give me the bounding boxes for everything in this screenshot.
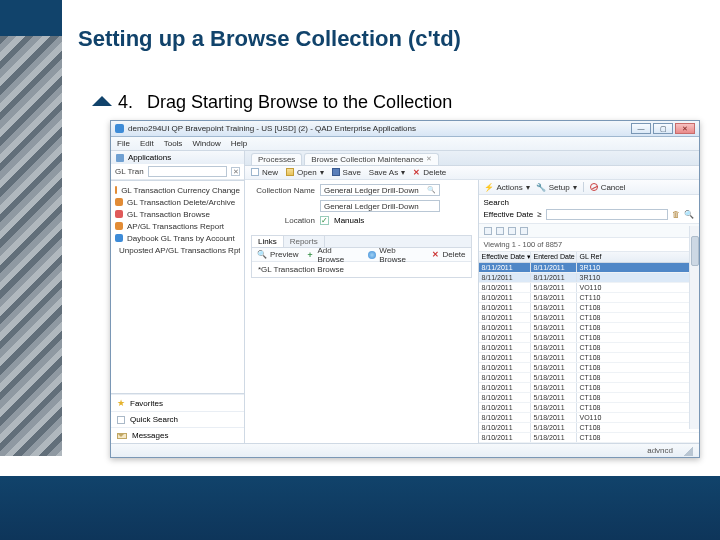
app-window: demo294UI QP Bravepoint Training - US [U… (110, 120, 700, 458)
sub-toolbar: 🔍Preview ＋Add Browse Web Browse ✕Delete (252, 248, 471, 262)
nav-next-icon[interactable] (508, 227, 516, 235)
nav-last-icon[interactable] (520, 227, 528, 235)
preview-label: Preview (270, 250, 298, 259)
browse-list-item[interactable]: *GL Transaction Browse (258, 265, 465, 274)
delete-button[interactable]: ✕Delete (413, 168, 446, 177)
sidebar-fixed: ★ Favorites Quick Search Messages (111, 393, 244, 443)
chevron-down-icon: ▾ (320, 168, 324, 177)
table-row[interactable]: 8/10/20115/18/2011CT108 (479, 423, 700, 433)
col-effective-date[interactable]: Effective Date ▾ (479, 252, 531, 262)
globe-icon (368, 251, 376, 259)
table-row[interactable]: 8/10/20115/18/2011CT108 (479, 373, 700, 383)
table-row[interactable]: 8/11/20118/11/20113R110 (479, 263, 700, 273)
sidebar-apps-header[interactable]: Applications (111, 151, 244, 164)
favorites-label: Favorites (130, 399, 163, 408)
table-row[interactable]: 8/10/20115/18/2011CT108 (479, 313, 700, 323)
menu-window[interactable]: Window (192, 139, 220, 148)
table-row[interactable]: 8/10/20115/18/2011CT108 (479, 403, 700, 413)
trash-icon[interactable]: 🗑 (672, 210, 680, 219)
collection-name-value: General Ledger Drill-Down (324, 186, 419, 195)
collection-desc-input[interactable]: General Ledger Drill-Down (320, 200, 440, 212)
new-button[interactable]: New (251, 168, 278, 177)
menu-file[interactable]: File (117, 139, 130, 148)
apps-icon (116, 154, 124, 162)
table-row[interactable]: 8/10/20115/18/2011VO110 (479, 283, 700, 293)
subtab-links[interactable]: Links (252, 236, 284, 247)
scroll-thumb[interactable] (691, 236, 699, 266)
tab-strip: Processes Browse Collection Maintenance … (245, 151, 699, 166)
cancel-label: Cancel (601, 183, 626, 192)
cancel-button[interactable]: Cancel (590, 183, 626, 192)
table-row[interactable]: 8/10/20115/18/2011VO110 (479, 413, 700, 423)
tree-item[interactable]: Daybook GL Trans by Account (115, 232, 240, 244)
tab-browse-collection[interactable]: Browse Collection Maintenance ✕ (304, 153, 439, 165)
tree-item[interactable]: Unposted AP/GL Transactions Rpt (115, 244, 240, 256)
actions-button[interactable]: ⚡Actions▾ (484, 183, 530, 192)
filter-input[interactable] (148, 166, 227, 177)
grid-header[interactable]: Effective Date ▾ Entered Date GL Ref (479, 252, 700, 263)
tree-item[interactable]: AP/GL Transactions Report (115, 220, 240, 232)
web-browse-button[interactable]: Web Browse (368, 246, 424, 264)
search-label: Search (484, 198, 695, 207)
separator (583, 182, 584, 192)
tab-processes[interactable]: Processes (251, 153, 302, 165)
resize-grip-icon[interactable] (683, 446, 693, 456)
app-icon (115, 124, 124, 133)
collection-name-input[interactable]: General Ledger Drill-Down (320, 184, 440, 196)
search-value-input[interactable] (546, 209, 668, 220)
tree-item[interactable]: GL Transaction Delete/Archive (115, 196, 240, 208)
manuals-checkbox[interactable]: ✓ (320, 216, 329, 225)
table-row[interactable]: 8/10/20115/18/2011CT108 (479, 383, 700, 393)
table-row[interactable]: 8/10/20115/18/2011CT108 (479, 343, 700, 353)
close-button[interactable]: ✕ (675, 123, 695, 134)
minimize-button[interactable]: — (631, 123, 651, 134)
tree-item-label: AP/GL Transactions Report (127, 222, 224, 231)
envelope-icon (117, 433, 127, 439)
tree-item-label: GL Transaction Delete/Archive (127, 198, 235, 207)
nav-first-icon[interactable] (484, 227, 492, 235)
tree-item-icon (115, 234, 123, 242)
table-row[interactable]: 8/10/20115/18/2011CT108 (479, 393, 700, 403)
tab-close-icon[interactable]: ✕ (426, 155, 432, 163)
sidebar: Applications GL Tran ✕ GL Transaction Cu… (111, 151, 245, 443)
form-pane: Collection Name General Ledger Drill-Dow… (245, 180, 478, 443)
tree-item-label: Unposted AP/GL Transactions Rpt (119, 246, 240, 255)
subtab-panel: Links Reports 🔍Preview ＋Add Browse Web B… (251, 235, 472, 278)
tree-item-label: GL Transaction Currency Change (121, 186, 240, 195)
vertical-scrollbar[interactable] (689, 226, 699, 429)
filter-clear-icon[interactable]: ✕ (231, 167, 240, 176)
table-row[interactable]: 8/10/20115/18/2011CT108 (479, 363, 700, 373)
maximize-button[interactable]: ▢ (653, 123, 673, 134)
open-button[interactable]: Open▾ (286, 168, 324, 177)
nav-prev-icon[interactable] (496, 227, 504, 235)
table-row[interactable]: 8/10/20115/18/2011CT110 (479, 293, 700, 303)
menu-edit[interactable]: Edit (140, 139, 154, 148)
table-row[interactable]: 8/10/20115/18/2011CT108 (479, 323, 700, 333)
search-field[interactable]: Effective Date (484, 210, 534, 219)
save-as-button[interactable]: Save As▾ (369, 168, 405, 177)
table-row[interactable]: 8/10/20115/18/2011CT108 (479, 333, 700, 343)
add-browse-label: Add Browse (317, 246, 360, 264)
actions-label: Actions (497, 183, 523, 192)
tree-item[interactable]: GL Transaction Currency Change (115, 184, 240, 196)
sub-delete-button[interactable]: ✕Delete (432, 250, 465, 259)
sidebar-quick-search[interactable]: Quick Search (111, 411, 244, 427)
titlebar[interactable]: demo294UI QP Bravepoint Training - US [U… (111, 121, 699, 137)
menu-help[interactable]: Help (231, 139, 247, 148)
sidebar-messages[interactable]: Messages (111, 427, 244, 443)
save-button[interactable]: Save (332, 168, 361, 177)
table-row[interactable]: 8/11/20118/11/20113R110 (479, 273, 700, 283)
col-gl-ref[interactable]: GL Ref (577, 252, 700, 262)
setup-button[interactable]: 🔧Setup▾ (536, 183, 577, 192)
preview-button[interactable]: 🔍Preview (257, 250, 298, 259)
search-op[interactable]: ≥ (537, 210, 541, 219)
tree-item[interactable]: GL Transaction Browse (115, 208, 240, 220)
sidebar-favorites[interactable]: ★ Favorites (111, 394, 244, 411)
table-row[interactable]: 8/10/20115/18/2011CT108 (479, 353, 700, 363)
col-entered-date[interactable]: Entered Date (531, 252, 577, 262)
table-row[interactable]: 8/10/20115/18/2011CT108 (479, 303, 700, 313)
table-row[interactable]: 8/10/20115/18/2011CT108 (479, 433, 700, 443)
menu-tools[interactable]: Tools (164, 139, 183, 148)
add-browse-button[interactable]: ＋Add Browse (306, 246, 360, 264)
search-icon[interactable]: 🔍 (684, 210, 694, 219)
